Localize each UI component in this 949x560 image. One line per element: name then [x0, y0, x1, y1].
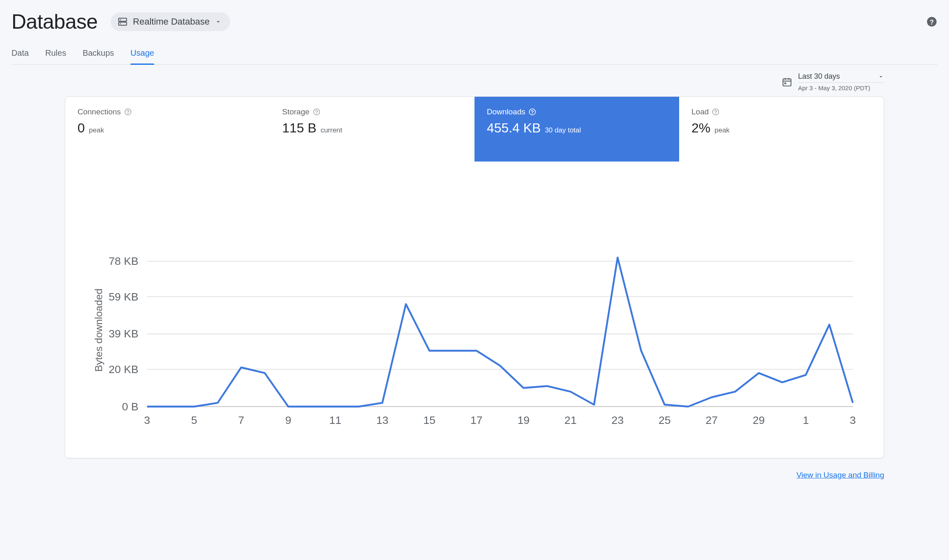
svg-text:Bytes downloaded: Bytes downloaded — [93, 289, 104, 372]
svg-text:?: ? — [930, 18, 934, 26]
metric-connections[interactable]: Connections ? 0 peak — [65, 97, 270, 162]
database-selector-label: Realtime Database — [133, 16, 210, 27]
metric-title: Load — [691, 107, 709, 116]
svg-text:5: 5 — [191, 414, 197, 426]
tabs: Data Rules Backups Usage — [11, 45, 938, 65]
database-selector[interactable]: Realtime Database — [111, 12, 230, 31]
svg-text:15: 15 — [423, 414, 436, 426]
page-title: Database — [11, 10, 98, 34]
svg-text:1: 1 — [803, 414, 809, 426]
metric-sublabel: current — [321, 126, 342, 134]
svg-text:?: ? — [531, 109, 534, 115]
metric-title: Connections — [78, 107, 121, 116]
metric-downloads[interactable]: Downloads ? 455.4 KB 30 day total — [474, 97, 679, 162]
svg-text:19: 19 — [518, 414, 530, 426]
svg-text:17: 17 — [470, 414, 483, 426]
metric-sublabel: peak — [714, 126, 730, 134]
svg-text:20 KB: 20 KB — [109, 363, 139, 376]
svg-rect-0 — [119, 18, 127, 21]
svg-text:9: 9 — [285, 414, 291, 426]
svg-rect-10 — [785, 82, 786, 84]
svg-text:?: ? — [315, 109, 318, 115]
tab-backups[interactable]: Backups — [82, 45, 114, 64]
metric-value: 455.4 KB — [487, 121, 541, 136]
chevron-down-icon — [214, 18, 222, 25]
svg-text:27: 27 — [706, 414, 718, 426]
svg-text:3: 3 — [850, 414, 856, 426]
svg-text:?: ? — [126, 109, 129, 115]
date-range-selector[interactable]: Last 30 days Apr 3 - May 3, 2020 (PDT) — [798, 72, 884, 91]
metric-value: 115 B — [282, 121, 317, 136]
metric-sublabel: 30 day total — [545, 126, 581, 134]
svg-text:21: 21 — [564, 414, 577, 426]
svg-text:25: 25 — [659, 414, 671, 426]
chevron-down-icon — [878, 73, 884, 80]
svg-text:78 KB: 78 KB — [109, 255, 139, 267]
tab-rules[interactable]: Rules — [45, 45, 66, 64]
tab-usage[interactable]: Usage — [130, 45, 154, 64]
metric-sublabel: peak — [89, 126, 104, 134]
svg-text:3: 3 — [144, 414, 150, 426]
svg-rect-1 — [119, 22, 127, 25]
svg-text:39 KB: 39 KB — [109, 328, 139, 340]
svg-text:?: ? — [714, 109, 717, 115]
database-icon — [117, 16, 128, 27]
svg-text:7: 7 — [238, 414, 244, 426]
date-range-subtitle: Apr 3 - May 3, 2020 (PDT) — [798, 84, 884, 91]
calendar-icon — [782, 77, 792, 87]
chart-area: 0 B20 KB39 KB59 KB78 KBBytes downloaded3… — [65, 162, 884, 458]
help-button[interactable]: ? — [926, 16, 938, 27]
view-usage-billing-link[interactable]: View in Usage and Billing — [796, 471, 884, 480]
svg-text:23: 23 — [611, 414, 624, 426]
date-range-label: Last 30 days — [798, 72, 840, 81]
svg-text:29: 29 — [753, 414, 765, 426]
svg-point-3 — [120, 23, 121, 25]
svg-text:59 KB: 59 KB — [109, 291, 139, 303]
info-icon[interactable]: ? — [529, 108, 536, 116]
info-icon[interactable]: ? — [712, 108, 719, 116]
usage-card: Connections ? 0 peak Storage ? 115 B cur… — [65, 96, 884, 458]
metric-title: Downloads — [487, 107, 525, 116]
svg-text:11: 11 — [329, 414, 342, 426]
metric-title: Storage — [282, 107, 310, 116]
downloads-chart: 0 B20 KB39 KB59 KB78 KBBytes downloaded3… — [82, 174, 867, 436]
svg-rect-6 — [783, 79, 791, 86]
metric-load[interactable]: Load ? 2% peak — [679, 97, 884, 162]
help-icon: ? — [926, 16, 938, 27]
metric-value: 0 — [78, 121, 85, 136]
svg-text:13: 13 — [376, 414, 388, 426]
metric-value: 2% — [691, 121, 710, 136]
info-icon[interactable]: ? — [313, 108, 320, 116]
tab-data[interactable]: Data — [11, 45, 29, 64]
svg-text:0 B: 0 B — [122, 401, 138, 413]
svg-point-2 — [120, 19, 121, 20]
metric-storage[interactable]: Storage ? 115 B current — [270, 97, 474, 162]
info-icon[interactable]: ? — [124, 108, 132, 116]
